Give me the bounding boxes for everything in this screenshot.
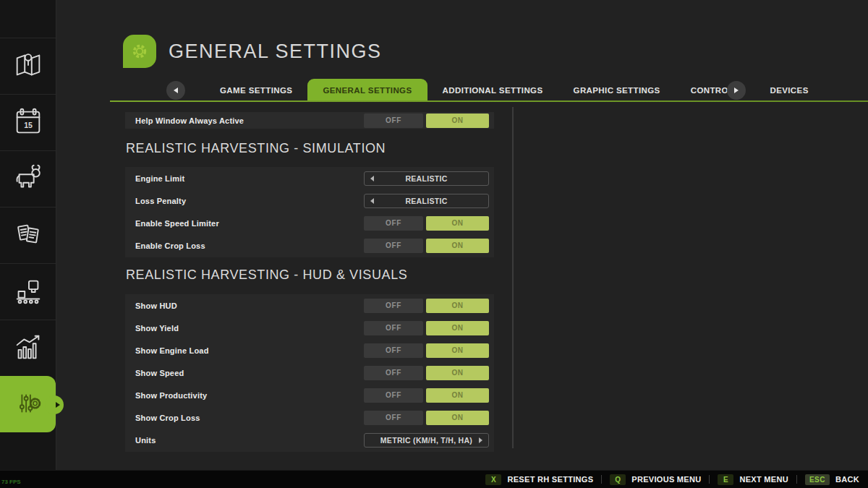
cow-icon <box>12 161 45 197</box>
gear-icon <box>123 35 156 68</box>
increase-option-arrow-icon[interactable] <box>479 437 482 443</box>
keycap-q: Q <box>610 474 626 485</box>
setting-label: Enable Speed Limiter <box>135 219 364 228</box>
tab-accent-line <box>110 100 868 102</box>
toggle-on-button[interactable]: ON <box>426 388 489 403</box>
toggle-on-button[interactable]: ON <box>426 114 489 128</box>
setting-show-productivity[interactable]: Show Productivity OFF ON <box>125 384 494 406</box>
setting-label: Loss Penalty <box>135 197 364 205</box>
tab-game-settings[interactable]: GAME SETTINGS <box>205 79 307 101</box>
toggle-on-button[interactable]: ON <box>426 216 489 231</box>
setting-engine-limit[interactable]: Engine Limit REALISTIC <box>125 167 494 189</box>
toggle-off-button[interactable]: OFF <box>364 366 423 380</box>
footer-bar: X RESET RH SETTINGS Q PREVIOUS MENU E NE… <box>0 470 868 488</box>
simulation-panel: Engine Limit REALISTIC Loss Penalty REAL… <box>125 167 494 257</box>
arrow-right-icon <box>734 87 739 93</box>
tabs-next-button[interactable] <box>727 81 746 100</box>
production-icon <box>12 274 45 310</box>
toggle-off-button[interactable]: OFF <box>364 321 423 335</box>
toggle-off-button[interactable]: OFF <box>364 411 423 425</box>
decrease-option-arrow-icon[interactable] <box>370 198 374 204</box>
footer-divider <box>601 475 602 484</box>
keycap-e: E <box>718 474 733 485</box>
tab-devices[interactable]: DEVICES <box>754 79 823 101</box>
sidebar-item-statistics[interactable] <box>0 320 56 376</box>
sidebar: 15 <box>0 0 56 470</box>
toggle-on-button[interactable]: ON <box>426 343 489 358</box>
arrow-left-icon <box>174 87 178 93</box>
loss-penalty-selector[interactable]: REALISTIC <box>364 194 489 208</box>
shortcut-label: RESET RH SETTINGS <box>507 475 593 484</box>
sidebar-item-animals[interactable] <box>0 150 56 207</box>
setting-speed-limiter[interactable]: Enable Speed Limiter OFF ON <box>125 212 494 234</box>
setting-label: Show Productivity <box>135 391 364 400</box>
sidebar-spacer <box>0 0 56 38</box>
shortcut-label: NEXT MENU <box>739 475 788 484</box>
toggle-on-button[interactable]: ON <box>426 411 489 425</box>
setting-label: Units <box>135 436 364 445</box>
sidebar-item-settings[interactable] <box>0 376 56 432</box>
setting-label: Show Engine Load <box>135 346 364 355</box>
setting-units[interactable]: Units METRIC (KM/H, T/H, HA) <box>125 429 494 451</box>
page-title: GENERAL SETTINGS <box>169 40 382 63</box>
sidebar-item-production[interactable] <box>0 263 56 320</box>
tab-additional-settings[interactable]: ADDITIONAL SETTINGS <box>427 79 558 101</box>
setting-label: Show Yield <box>135 324 364 333</box>
active-tab-arrow-icon <box>56 402 60 408</box>
toggle-off-button[interactable]: OFF <box>364 343 423 358</box>
engine-limit-selector[interactable]: REALISTIC <box>364 171 489 186</box>
keycap-esc: ESC <box>805 474 830 485</box>
setting-loss-penalty[interactable]: Loss Penalty REALISTIC <box>125 189 494 212</box>
map-icon <box>12 48 45 85</box>
setting-label: Enable Crop Loss <box>135 241 364 250</box>
page-header: GENERAL SETTINGS <box>123 35 382 68</box>
selector-value: REALISTIC <box>405 197 447 205</box>
sidebar-item-calendar[interactable]: 15 <box>0 94 56 150</box>
toggle-off-button[interactable]: OFF <box>364 388 423 403</box>
toggle-off-button[interactable]: OFF <box>364 216 423 231</box>
tab-general-settings[interactable]: GENERAL SETTINGS <box>307 79 427 101</box>
general-settings-screen: 15 <box>0 0 868 488</box>
toggle-off-button[interactable]: OFF <box>364 114 423 128</box>
setting-show-speed[interactable]: Show Speed OFF ON <box>125 361 494 384</box>
setting-label: Help Window Always Active <box>135 116 364 125</box>
setting-show-engine-load[interactable]: Show Engine Load OFF ON <box>125 339 494 361</box>
documents-icon <box>12 218 45 254</box>
fps-counter: 73 FPS <box>1 479 21 485</box>
toggle-off-button[interactable]: OFF <box>364 239 423 253</box>
tab-graphic-settings[interactable]: GRAPHIC SETTINGS <box>558 79 676 101</box>
setting-show-yield[interactable]: Show Yield OFF ON <box>125 317 494 339</box>
keycap-x: X <box>485 474 501 485</box>
toggle-on-button[interactable]: ON <box>426 299 489 313</box>
decrease-option-arrow-icon[interactable] <box>370 176 374 181</box>
toggle-off-button[interactable]: OFF <box>364 299 423 313</box>
toggle-on-button[interactable]: ON <box>426 366 489 380</box>
hud-visuals-panel: Show HUD OFF ON Show Yield OFF ON Show E… <box>125 294 494 452</box>
footer-divider <box>796 475 797 484</box>
toggle-on-button[interactable]: ON <box>426 239 489 253</box>
footer-divider <box>709 475 710 484</box>
sidebar-item-contracts[interactable] <box>0 207 56 263</box>
shortcut-label: PREVIOUS MENU <box>631 475 701 484</box>
setting-show-crop-loss[interactable]: Show Crop Loss OFF ON <box>125 406 494 429</box>
section-title-hud-visuals: REALISTIC HARVESTING - HUD & VISUALS <box>126 267 407 283</box>
svg-text:15: 15 <box>24 120 33 129</box>
shortcut-previous-menu[interactable]: Q PREVIOUS MENU <box>610 474 701 485</box>
setting-show-hud[interactable]: Show HUD OFF ON <box>125 294 494 317</box>
selector-value: METRIC (KM/H, T/H, HA) <box>380 436 472 445</box>
setting-label: Engine Limit <box>135 174 364 183</box>
shortcut-reset-rh-settings[interactable]: X RESET RH SETTINGS <box>485 474 593 485</box>
section-title-simulation: REALISTIC HARVESTING - SIMULATION <box>126 141 386 156</box>
toggle-on-button[interactable]: ON <box>426 321 489 335</box>
sidebar-item-map[interactable] <box>0 38 56 94</box>
settings-sliders-icon <box>12 387 45 423</box>
setting-crop-loss[interactable]: Enable Crop Loss OFF ON <box>125 234 494 257</box>
scrollbar[interactable] <box>512 107 514 448</box>
units-selector[interactable]: METRIC (KM/H, T/H, HA) <box>364 433 489 448</box>
setting-help-window[interactable]: Help Window Always Active OFF ON <box>125 112 494 129</box>
setting-label: Show Speed <box>135 369 364 377</box>
shortcut-back[interactable]: ESC BACK <box>805 474 859 485</box>
tabs-previous-button[interactable] <box>166 81 185 100</box>
selector-value: REALISTIC <box>405 174 447 183</box>
shortcut-next-menu[interactable]: E NEXT MENU <box>718 474 788 485</box>
